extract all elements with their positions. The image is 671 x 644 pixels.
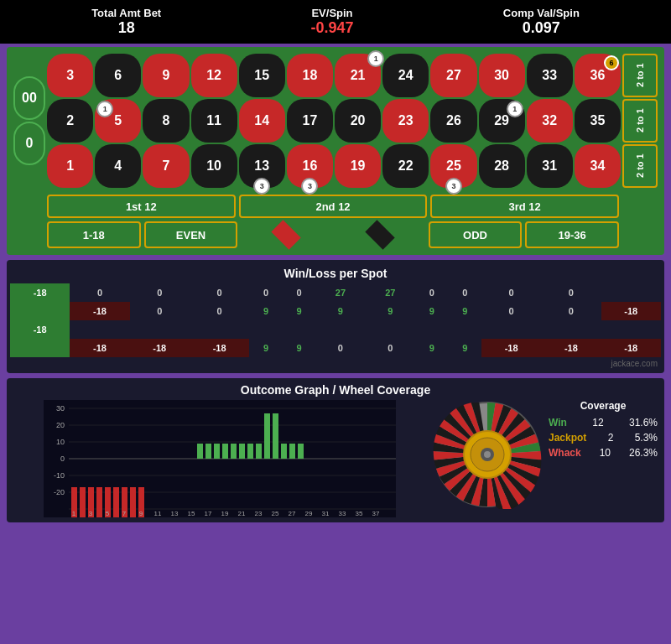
coverage-whack-label: Whack: [549, 447, 581, 459]
cell-6[interactable]: 6: [95, 54, 141, 97]
svg-text:1: 1: [72, 510, 76, 517]
zero-0-label: 0: [26, 136, 34, 151]
wl-r2-c9: 9: [448, 302, 481, 320]
bet-odd[interactable]: ODD: [429, 221, 523, 248]
side-column: 2 to 1 2 to 1 2 to 1: [622, 54, 658, 188]
cell-16[interactable]: 16 3: [287, 144, 333, 188]
wl-r2-c1: -18: [70, 302, 129, 320]
cell-7[interactable]: 7: [143, 144, 189, 188]
side-2to1-top[interactable]: 2 to 1: [622, 54, 658, 97]
cell-3[interactable]: 3: [47, 54, 93, 97]
cell-00[interactable]: 00: [13, 76, 45, 120]
wl-r1-c9: 0: [448, 283, 481, 302]
dozen-3rd[interactable]: 3rd 12: [430, 195, 619, 218]
dozen-2nd[interactable]: 2nd 12: [239, 195, 428, 218]
wl-r4-c9: 9: [448, 339, 481, 357]
cell-25[interactable]: 25 3: [430, 144, 476, 188]
svg-text:13: 13: [171, 510, 179, 517]
svg-text:30: 30: [56, 404, 65, 413]
svg-text:33: 33: [339, 510, 346, 517]
ev-spin-col: EV/Spin -0.947: [310, 7, 353, 37]
wl-r4-c12: -18: [601, 339, 661, 357]
cell-2[interactable]: 2: [47, 99, 93, 143]
dozen-1st[interactable]: 1st 12: [47, 195, 236, 218]
cell-29[interactable]: 29 1: [479, 99, 525, 143]
diamond-black[interactable]: [335, 221, 425, 248]
wl-r1-c6: 27: [315, 283, 365, 302]
svg-text:25: 25: [272, 510, 279, 517]
cell-34[interactable]: 34: [575, 144, 621, 188]
cell-0[interactable]: 0: [13, 122, 45, 165]
wl-r2-c10: 0: [481, 302, 541, 320]
wl-r2-c12: -18: [601, 302, 661, 320]
cell-9[interactable]: 9: [143, 54, 189, 97]
cell-17[interactable]: 17: [287, 99, 333, 143]
svg-text:3: 3: [89, 510, 93, 517]
cell-19[interactable]: 19: [335, 144, 381, 188]
svg-text:10: 10: [56, 438, 65, 446]
cell-32[interactable]: 32: [527, 99, 573, 143]
cell-1[interactable]: 1: [47, 144, 93, 188]
cell-28[interactable]: 28: [479, 144, 525, 188]
wl-r2-c3: 0: [190, 302, 249, 320]
svg-text:19: 19: [221, 510, 229, 517]
svg-rect-35: [298, 444, 304, 459]
wl-r2-c11: 0: [541, 302, 601, 320]
wl-r4-c4: 9: [249, 339, 282, 357]
cell-10[interactable]: 10: [191, 144, 237, 188]
coverage-area: Coverage Win 12 31.6% Jackpot 2 5.3% Wha…: [549, 400, 658, 462]
wl-r3-c4: [249, 320, 282, 339]
svg-text:9: 9: [139, 510, 143, 517]
side-2to1-mid[interactable]: 2 to 1: [622, 99, 658, 143]
bet-even[interactable]: EVEN: [144, 221, 238, 248]
cell-18[interactable]: 18: [287, 54, 333, 97]
bet-1-18[interactable]: 1-18: [47, 221, 141, 248]
cell-21[interactable]: 21 1: [335, 54, 381, 97]
svg-text:23: 23: [255, 510, 263, 517]
cell-35[interactable]: 35: [575, 99, 621, 143]
cell-27[interactable]: 27: [430, 54, 476, 97]
cell-26[interactable]: 26: [430, 99, 476, 143]
zero-00-label: 00: [22, 91, 37, 106]
ev-spin-value: -0.947: [310, 19, 353, 37]
cell-4[interactable]: 4: [95, 144, 141, 188]
svg-rect-21: [130, 487, 136, 517]
zero-column: 00 0: [13, 54, 45, 188]
wl-r4-c2: -18: [130, 339, 190, 357]
svg-text:37: 37: [372, 510, 380, 517]
side-2to1-bot[interactable]: 2 to 1: [622, 144, 658, 188]
cell-30[interactable]: 30: [479, 54, 525, 97]
jackace-credit: jackace.com: [10, 357, 661, 370]
diamond-red[interactable]: [241, 221, 331, 248]
cell-24[interactable]: 24: [382, 54, 429, 97]
cell-31[interactable]: 31: [527, 144, 573, 188]
cell-14[interactable]: 14: [239, 99, 285, 143]
wl-r1-c4: 0: [249, 283, 282, 302]
cell-33[interactable]: 33: [527, 54, 573, 97]
black-diamond-shape: [365, 220, 394, 249]
wl-r2-c8: 9: [415, 302, 448, 320]
svg-rect-34: [289, 444, 295, 459]
cell-13[interactable]: 13 3: [239, 144, 285, 188]
cell-23[interactable]: 23: [382, 99, 429, 143]
wl-r2-c7: 9: [366, 302, 415, 320]
cell-15[interactable]: 15: [239, 54, 285, 97]
wheel-svg: [433, 400, 542, 509]
table-grid: 00 0 3 6 9 12 15 18 21 1 24 27 30 33 36: [13, 54, 658, 188]
cell-8[interactable]: 8: [143, 99, 189, 143]
cell-11[interactable]: 11: [191, 99, 237, 143]
cell-5[interactable]: 5 1: [95, 99, 141, 143]
svg-text:17: 17: [205, 510, 212, 517]
svg-rect-25: [214, 444, 220, 459]
cell-12[interactable]: 12: [191, 54, 237, 97]
wl-r1-c11: 0: [541, 283, 601, 302]
wl-r3-c10: [481, 320, 541, 339]
svg-text:15: 15: [188, 510, 195, 517]
bet-19-36[interactable]: 19-36: [525, 221, 619, 248]
cell-36[interactable]: 36 6: [575, 54, 621, 97]
cell-20[interactable]: 20: [335, 99, 381, 143]
cell-22[interactable]: 22: [382, 144, 429, 188]
wl-r4-c1: -18: [70, 339, 129, 357]
wl-r4-c3: -18: [190, 339, 249, 357]
dozen-bets: 1st 12 2nd 12 3rd 12: [47, 195, 619, 218]
